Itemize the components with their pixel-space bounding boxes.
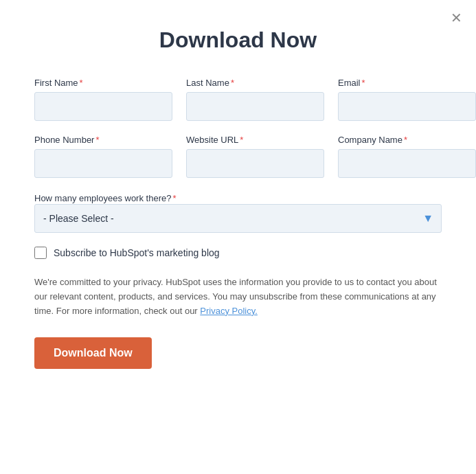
close-icon: ✕ [451, 10, 462, 25]
employees-select[interactable]: - Please Select - 1-10 11-50 51-200 201-… [34, 204, 442, 233]
website-label: Website URL* [186, 135, 324, 145]
phone-label: Phone Number* [34, 135, 172, 145]
first-name-group: First Name* [34, 78, 172, 121]
employees-select-wrapper: - Please Select - 1-10 11-50 51-200 201-… [34, 204, 442, 233]
last-name-group: Last Name* [186, 78, 324, 121]
email-label: Email* [338, 78, 476, 88]
privacy-text: We're committed to your privacy. HubSpot… [34, 275, 442, 318]
privacy-policy-link[interactable]: Privacy Policy. [200, 306, 258, 316]
download-form: First Name* Last Name* Email* P [34, 78, 442, 369]
last-name-input[interactable] [186, 92, 324, 121]
website-input[interactable] [186, 149, 324, 178]
modal-container: ✕ Download Now First Name* Last Name* Em… [0, 0, 476, 474]
phone-input[interactable] [34, 149, 172, 178]
subscribe-label: Subscribe to HubSpot's marketing blog [54, 247, 220, 258]
company-input[interactable] [338, 149, 476, 178]
first-name-input[interactable] [34, 92, 172, 121]
employees-label: How many employees work there?* [34, 193, 176, 203]
form-row-2: Phone Number* Website URL* Company Name* [34, 135, 442, 178]
modal-title: Download Now [34, 27, 442, 53]
last-name-label: Last Name* [186, 78, 324, 88]
download-now-button[interactable]: Download Now [34, 337, 152, 369]
company-group: Company Name* [338, 135, 476, 178]
phone-group: Phone Number* [34, 135, 172, 178]
email-group: Email* [338, 78, 476, 121]
first-name-label: First Name* [34, 78, 172, 88]
subscribe-checkbox[interactable] [34, 247, 47, 259]
close-button[interactable]: ✕ [451, 11, 462, 25]
website-group: Website URL* [186, 135, 324, 178]
subscribe-row: Subscribe to HubSpot's marketing blog [34, 247, 442, 259]
company-label: Company Name* [338, 135, 476, 145]
employees-group: How many employees work there?* - Please… [34, 192, 442, 233]
form-row-1: First Name* Last Name* Email* [34, 78, 442, 121]
email-input[interactable] [338, 92, 476, 121]
